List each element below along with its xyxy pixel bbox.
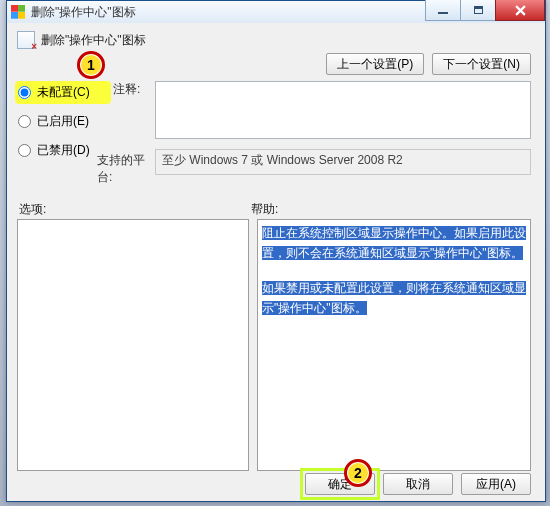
remarks-box: [155, 81, 531, 139]
help-label: 帮助:: [251, 201, 278, 218]
radio-not-configured-input[interactable]: [18, 86, 31, 99]
options-panel[interactable]: [17, 219, 249, 471]
annotation-1: 1: [77, 51, 105, 79]
remarks-label: 注释:: [113, 81, 140, 98]
remarks-textarea[interactable]: [155, 81, 531, 139]
cancel-button[interactable]: 取消: [383, 473, 453, 495]
policy-title: 删除"操作中心"图标: [41, 32, 146, 49]
window-icon: [11, 5, 25, 19]
platform-row: 支持的平台: 至少 Windows 7 或 Windows Server 200…: [97, 149, 531, 186]
close-button[interactable]: [495, 0, 545, 21]
header-row: 删除"操作中心"图标: [7, 23, 545, 51]
radio-disabled-label: 已禁用(D): [37, 142, 90, 159]
action-row: 确定 取消 应用(A): [7, 473, 545, 495]
minimize-button[interactable]: [425, 0, 461, 21]
help-panel[interactable]: 阻止在系统控制区域显示操作中心。如果启用此设置，则不会在系统通知区域显示"操作中…: [257, 219, 531, 471]
help-paragraph-2: 如果禁用或未配置此设置，则将在系统通知区域显示"操作中心"图标。: [262, 281, 526, 315]
options-label: 选项:: [19, 201, 251, 218]
platform-value: 至少 Windows 7 或 Windows Server 2008 R2: [155, 149, 531, 175]
radio-enabled-input[interactable]: [18, 115, 31, 128]
radio-enabled[interactable]: 已启用(E): [17, 112, 109, 131]
next-setting-button[interactable]: 下一个设置(N): [432, 53, 531, 75]
window-title: 删除"操作中心"图标: [31, 4, 136, 21]
radio-disabled[interactable]: 已禁用(D): [17, 141, 109, 160]
content-area: 删除"操作中心"图标 上一个设置(P) 下一个设置(N) 未配置(C) 已启用(…: [7, 23, 545, 501]
maximize-button[interactable]: [460, 0, 496, 21]
prev-setting-button[interactable]: 上一个设置(P): [326, 53, 424, 75]
close-icon: [515, 5, 526, 16]
policy-icon: [17, 31, 35, 49]
apply-button[interactable]: 应用(A): [461, 473, 531, 495]
radio-disabled-input[interactable]: [18, 144, 31, 157]
dialog-window: 删除"操作中心"图标 删除"操作中心"图标 上一个设置(P) 下一个设置(N): [6, 0, 546, 502]
radio-not-configured-label: 未配置(C): [37, 84, 90, 101]
titlebar[interactable]: 删除"操作中心"图标: [7, 1, 545, 24]
radio-not-configured[interactable]: 未配置(C): [17, 83, 109, 102]
platform-label: 支持的平台:: [97, 149, 155, 186]
stage: 删除"操作中心"图标 删除"操作中心"图标 上一个设置(P) 下一个设置(N): [0, 0, 550, 506]
radio-enabled-label: 已启用(E): [37, 113, 89, 130]
state-radio-group: 未配置(C) 已启用(E) 已禁用(D): [17, 81, 109, 160]
help-paragraph-1: 阻止在系统控制区域显示操作中心。如果启用此设置，则不会在系统通知区域显示"操作中…: [262, 226, 526, 260]
annotation-2: 2: [344, 459, 372, 487]
window-controls: [426, 0, 545, 21]
nav-buttons: 上一个设置(P) 下一个设置(N): [326, 53, 531, 75]
section-labels: 选项: 帮助:: [19, 201, 531, 218]
help-gap: [262, 264, 526, 278]
